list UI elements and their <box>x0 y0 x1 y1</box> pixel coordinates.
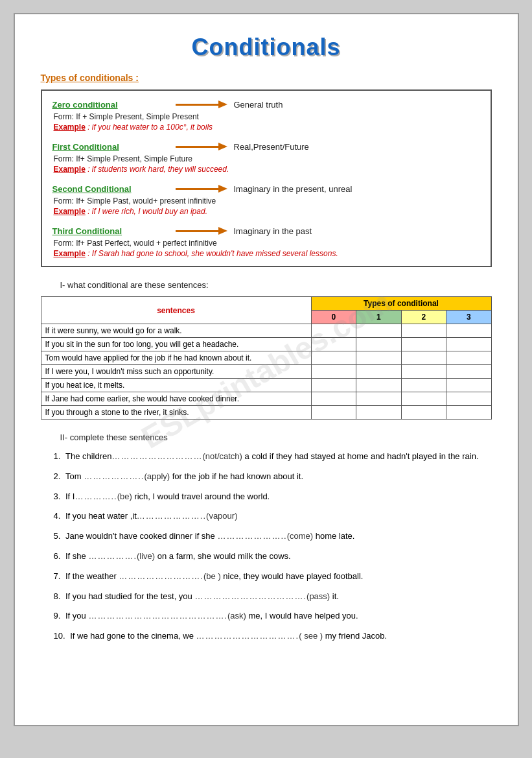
exercise-number: 5. <box>54 531 63 541</box>
exercise-dots: ………………………… <box>112 451 203 461</box>
check-cell[interactable] <box>311 379 356 392</box>
exercise-text-before: If you heat water ,it <box>65 511 137 521</box>
exercise-number: 10. <box>54 631 68 641</box>
first-example-text: : if students work hard, they will succe… <box>87 165 229 174</box>
check-cell[interactable] <box>356 338 402 351</box>
check-cell[interactable] <box>311 365 356 379</box>
check-cell[interactable] <box>401 406 446 420</box>
exercise-hint: ( see ) <box>299 631 323 641</box>
first-conditional-desc: Real,Present/Future <box>234 142 309 152</box>
list-item: 5. Jane wouldn't have cooked dinner if s… <box>54 530 492 543</box>
exercise1-heading: I- what conditional are these sentences: <box>60 280 492 290</box>
exercise-number: 3. <box>54 492 63 501</box>
exercise-dots: ………………………. <box>119 571 203 581</box>
first-arrow <box>176 141 227 152</box>
check-cell[interactable] <box>311 338 356 351</box>
check-cell[interactable] <box>401 351 446 365</box>
check-cell[interactable] <box>311 351 356 365</box>
zero-conditional-entry: Zero conditional General truth Form: If … <box>52 99 480 132</box>
zero-arrow <box>176 99 227 110</box>
check-cell[interactable] <box>356 324 402 338</box>
check-cell[interactable] <box>356 379 402 392</box>
table-row: Tom would have applied for the job if he… <box>41 351 491 365</box>
page: ESLprintables.com Conditionals Types of … <box>14 13 519 726</box>
third-conditional-desc: Imaginary in the past <box>234 226 312 236</box>
list-item: 10. If we had gone to the cinema, we ………… <box>54 630 492 643</box>
check-cell[interactable] <box>446 338 492 351</box>
second-conditional-entry: Second Conditional Imaginary in the pres… <box>52 183 480 216</box>
zero-title-row: Zero conditional General truth <box>52 99 480 110</box>
list-item: 2. Tom ………………..(apply) for the job if he… <box>54 470 492 484</box>
check-cell[interactable] <box>446 351 492 365</box>
exercise-text-after: for the job if he had known about it. <box>170 471 303 481</box>
check-cell[interactable] <box>446 379 492 392</box>
exercise-dots: ………………………………. <box>194 591 306 601</box>
check-cell[interactable] <box>401 392 446 406</box>
exercise-number: 8. <box>54 591 63 601</box>
check-cell[interactable] <box>446 392 492 406</box>
check-cell[interactable] <box>311 392 356 406</box>
exercise-hint: (ask) <box>227 611 246 621</box>
third-conditional-example: Example : If Sarah had gone to school, s… <box>54 249 480 258</box>
check-cell[interactable] <box>446 406 492 420</box>
exercise-dots: ………………….. <box>137 511 206 521</box>
sentence-cell: If you sit in the sun for too long, you … <box>41 338 311 351</box>
col-1-header: 1 <box>356 311 402 324</box>
exercise-text-after: me, I would have helped you. <box>246 611 358 621</box>
exercise-hint: (apply) <box>144 471 170 481</box>
exercise-dots: ………………….. <box>217 531 286 541</box>
check-cell[interactable] <box>446 365 492 379</box>
col-0-header: 0 <box>311 311 356 324</box>
exercise-number: 2. <box>54 471 63 481</box>
exercise-hint: (be ) <box>203 571 221 581</box>
sentences-col-header: sentences <box>41 297 311 324</box>
check-cell[interactable] <box>401 379 446 392</box>
second-conditional-desc: Imaginary in the present, unreal <box>234 184 353 194</box>
table-row: If Jane had come earlier, she would have… <box>41 392 491 406</box>
third-arrow <box>176 225 227 237</box>
check-cell[interactable] <box>356 406 402 420</box>
exercise-text-after: it. <box>330 591 339 601</box>
exercise-hint: (not/catch) <box>203 451 242 461</box>
check-cell[interactable] <box>446 324 492 338</box>
second-conditional-example: Example : if I were rich, I would buy an… <box>54 207 480 216</box>
list-item: 8. If you had studied for the test, you … <box>54 590 492 604</box>
check-cell[interactable] <box>311 324 356 338</box>
first-title-row: First Conditional Real,Present/Future <box>52 141 480 152</box>
exercise-text-after: a cold if they had stayed at home and ha… <box>242 451 479 461</box>
conditionals-box: Zero conditional General truth Form: If … <box>41 89 492 267</box>
check-cell[interactable] <box>356 392 402 406</box>
table-row: If I were you, I wouldn't miss such an o… <box>41 365 491 379</box>
section1-heading: Types of conditionals : <box>41 73 492 83</box>
zero-example-label: Example <box>54 123 86 132</box>
list-item: 7. If the weather ……………………….(be ) nice, … <box>54 570 492 584</box>
third-conditional-form: Form: If+ Past Perfect, would + perfect … <box>54 239 480 248</box>
page-title: Conditionals <box>41 34 492 61</box>
zero-conditional-title: Zero conditional <box>52 100 169 110</box>
first-conditional-entry: First Conditional Real,Present/Future Fo… <box>52 141 480 174</box>
exercise-number: 4. <box>54 511 63 521</box>
exercise-text-before: The children <box>65 451 112 461</box>
check-cell[interactable] <box>401 324 446 338</box>
check-cell[interactable] <box>401 338 446 351</box>
exercise-hint: (come) <box>287 531 313 541</box>
exercise-hint: (live) <box>137 551 155 561</box>
exercise-number: 7. <box>54 571 63 581</box>
check-cell[interactable] <box>401 365 446 379</box>
zero-conditional-desc: General truth <box>234 100 283 110</box>
third-example-text: : If Sarah had gone to school, she would… <box>87 249 338 258</box>
sentence-cell: If I were you, I wouldn't miss such an o… <box>41 365 311 379</box>
exercise-text-after: my friend Jacob. <box>323 631 387 641</box>
check-cell[interactable] <box>356 351 402 365</box>
check-cell[interactable] <box>311 406 356 420</box>
exercise-hint: (pass) <box>306 591 330 601</box>
list-item: 3. If I…………..(be) rich, I would travel a… <box>54 490 492 504</box>
check-cell[interactable] <box>356 365 402 379</box>
exercise-text-after: on a farm, she would milk the cows. <box>155 551 291 561</box>
table-row: If you sit in the sun for too long, you … <box>41 338 491 351</box>
exercise2-list: 1. The children…………………………(not/catch) a c… <box>54 450 492 643</box>
third-conditional-title: Third Conditional <box>52 226 169 236</box>
exercise-dots: ………………………………………. <box>88 611 227 621</box>
first-conditional-form: Form: If+ Simple Present, Simple Future <box>54 154 480 163</box>
conditionals-table: sentences Types of conditional 0 1 2 3 I… <box>41 296 492 420</box>
